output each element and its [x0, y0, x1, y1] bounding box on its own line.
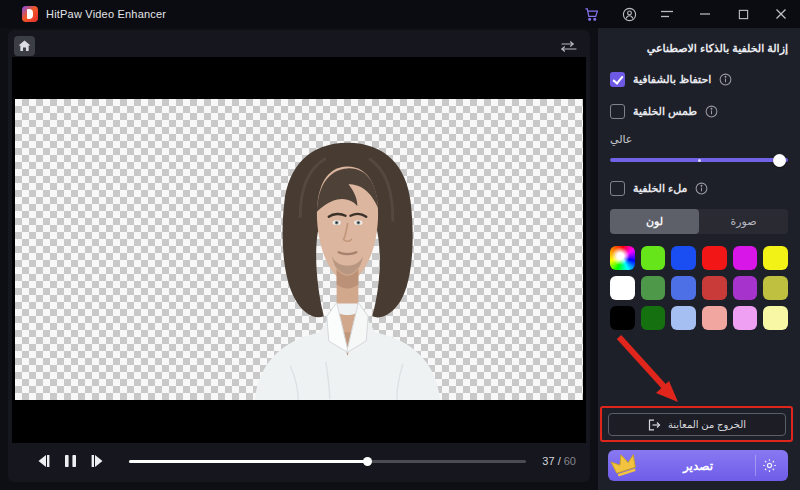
- next-frame-icon: [90, 454, 105, 468]
- tab-color[interactable]: لون: [610, 209, 699, 234]
- blur-background-checkbox[interactable]: [610, 104, 625, 119]
- export-settings-button[interactable]: [756, 450, 783, 481]
- blur-background-row: طمس الخلفية: [610, 104, 788, 119]
- minimize-icon[interactable]: [696, 5, 714, 23]
- exit-icon: [648, 419, 661, 431]
- account-icon[interactable]: [620, 5, 638, 23]
- pause-button[interactable]: [61, 452, 79, 470]
- info-icon[interactable]: [719, 73, 732, 86]
- app-logo-icon: [22, 6, 38, 22]
- timeline-slider[interactable]: [129, 460, 526, 463]
- titlebar: HitPaw Video Enhancer: [0, 0, 800, 28]
- color-swatch[interactable]: [641, 246, 666, 270]
- color-swatch[interactable]: [733, 276, 758, 300]
- blur-level-thumb[interactable]: [773, 154, 786, 167]
- exit-preview-button[interactable]: الخروج من المعاينة: [608, 413, 786, 436]
- fill-background-label: ملء الخلفية: [633, 182, 687, 195]
- info-icon[interactable]: [705, 105, 718, 118]
- color-swatch[interactable]: [763, 276, 788, 300]
- tab-image[interactable]: صورة: [699, 209, 788, 234]
- crown-icon: [608, 448, 641, 481]
- frame-counter: 37 / 60: [542, 455, 576, 467]
- color-swatch[interactable]: [702, 246, 727, 270]
- blur-background-label: طمس الخلفية: [633, 105, 697, 118]
- color-swatch[interactable]: [702, 276, 727, 300]
- color-swatch[interactable]: [763, 246, 788, 270]
- video-frame: [12, 57, 586, 443]
- sidebar-title: إزالة الخلفية بالذكاء الاصطناعي: [610, 42, 788, 55]
- home-button[interactable]: [14, 36, 35, 56]
- keep-transparency-checkbox[interactable]: [610, 72, 625, 87]
- color-swatch[interactable]: [671, 246, 696, 270]
- color-swatch[interactable]: [641, 306, 666, 330]
- compare-icon: [561, 40, 577, 53]
- compare-button[interactable]: [560, 38, 578, 54]
- color-swatch[interactable]: [610, 246, 635, 270]
- cart-icon[interactable]: [582, 5, 600, 23]
- color-swatch-grid: [610, 246, 788, 330]
- sidebar: إزالة الخلفية بالذكاء الاصطناعي احتفاظ ب…: [598, 28, 800, 490]
- playback-bar: 37 / 60: [8, 443, 590, 479]
- menu-icon[interactable]: [658, 5, 676, 23]
- frame-total: 60: [564, 455, 576, 467]
- color-swatch[interactable]: [610, 306, 635, 330]
- gear-icon: [762, 458, 777, 473]
- preview-panel: 37 / 60: [8, 30, 590, 482]
- keep-transparency-label: احتفاظ بالشفافية: [633, 73, 711, 86]
- keep-transparency-row: احتفاظ بالشفافية: [610, 72, 788, 87]
- frame-current: 37: [542, 455, 554, 467]
- fill-mode-tabs: لون صورة: [610, 209, 788, 234]
- color-swatch[interactable]: [733, 246, 758, 270]
- app-window: HitPaw Video Enhancer: [0, 0, 800, 490]
- blur-level-slider[interactable]: [610, 158, 788, 162]
- export-button[interactable]: تصدير: [608, 450, 788, 481]
- color-swatch[interactable]: [671, 306, 696, 330]
- subject-portrait: [239, 138, 456, 400]
- titlebar-controls: [582, 5, 790, 23]
- maximize-icon[interactable]: [734, 5, 752, 23]
- app-title: HitPaw Video Enhancer: [46, 8, 166, 20]
- color-swatch[interactable]: [610, 276, 635, 300]
- next-frame-button[interactable]: [88, 452, 106, 470]
- color-swatch[interactable]: [733, 306, 758, 330]
- timeline-progress-fill: [129, 460, 367, 463]
- transparency-checkerboard: [15, 99, 583, 400]
- timeline-thumb[interactable]: [363, 457, 372, 466]
- pause-icon: [64, 454, 77, 468]
- color-swatch[interactable]: [702, 306, 727, 330]
- color-swatch[interactable]: [763, 306, 788, 330]
- export-label: تصدير: [683, 459, 713, 473]
- frame-separator: /: [555, 455, 564, 467]
- color-swatch[interactable]: [641, 276, 666, 300]
- fill-background-checkbox[interactable]: [610, 181, 625, 196]
- info-icon[interactable]: [695, 182, 708, 195]
- blur-level-label: عالي: [610, 133, 788, 146]
- color-swatch[interactable]: [671, 276, 696, 300]
- annotation-arrow: [612, 331, 686, 409]
- fill-background-row: ملء الخلفية: [610, 181, 788, 196]
- previous-frame-icon: [36, 454, 51, 468]
- export-row: تصدير: [608, 450, 788, 481]
- close-icon[interactable]: [772, 5, 790, 23]
- exit-preview-label: الخروج من المعاينة: [668, 419, 746, 430]
- home-icon: [18, 40, 31, 52]
- previous-frame-button[interactable]: [34, 452, 52, 470]
